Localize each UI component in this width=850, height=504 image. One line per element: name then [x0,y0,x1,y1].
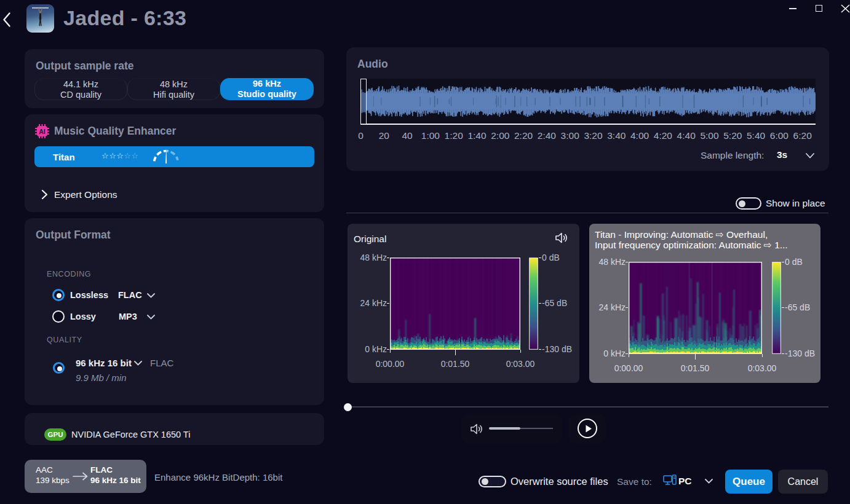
svg-text:AI: AI [39,128,46,135]
